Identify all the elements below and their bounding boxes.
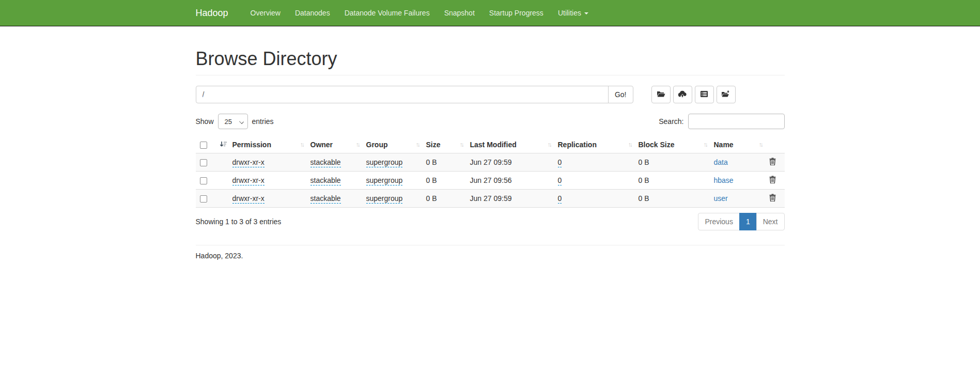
table-footer: Showing 1 to 3 of 3 entries Previous 1 N… xyxy=(196,213,785,230)
column-label: Last Modified xyxy=(470,141,517,149)
column-header-size[interactable]: Size ↑↓ xyxy=(422,136,466,153)
nav-item-datanodes[interactable]: Datanodes xyxy=(288,0,337,26)
modified-value: Jun 27 09:59 xyxy=(470,194,512,203)
block-size-value: 0 B xyxy=(639,194,649,203)
column-header-permission[interactable]: Permission ↑↓ xyxy=(228,136,306,153)
trash-icon xyxy=(769,159,776,167)
chevron-down-icon xyxy=(584,12,588,14)
top-navbar: Hadoop Overview Datanodes Datanode Volum… xyxy=(0,0,980,26)
folder-move-icon xyxy=(721,90,730,99)
directory-table: Permission ↑↓ Owner ↑↓ Group ↑↓ Size ↑↓ … xyxy=(196,136,785,208)
page-title: Browse Directory xyxy=(196,48,785,70)
set-quota-button[interactable] xyxy=(695,86,714,103)
column-header-owner[interactable]: Owner ↑↓ xyxy=(306,136,362,153)
pagination-page-1[interactable]: 1 xyxy=(739,213,757,230)
go-button[interactable]: Go! xyxy=(608,86,633,103)
replication-value[interactable]: 0 xyxy=(558,176,562,185)
permission-value[interactable]: drwxr-xr-x xyxy=(232,176,265,185)
owner-value[interactable]: stackable xyxy=(310,194,341,204)
sort-both-icon: ↑↓ xyxy=(704,141,707,148)
delete-button[interactable] xyxy=(769,194,776,201)
column-label: Owner xyxy=(310,141,333,149)
main-content: Browse Directory Go! xyxy=(188,48,792,281)
permission-value[interactable]: drwxr-xr-x xyxy=(232,194,265,204)
column-header-block-size[interactable]: Block Size ↑↓ xyxy=(634,136,710,153)
group-value[interactable]: supergroup xyxy=(366,176,403,185)
replication-value[interactable]: 0 xyxy=(558,158,562,167)
directory-name-link[interactable]: hbase xyxy=(714,176,734,184)
sort-both-icon: ↑↓ xyxy=(628,141,631,148)
path-input-group: Go! xyxy=(196,86,633,103)
cut-paste-button[interactable] xyxy=(717,86,736,103)
select-all-checkbox[interactable] xyxy=(200,142,207,149)
group-value[interactable]: supergroup xyxy=(366,194,403,204)
nav-item-utilities-dropdown[interactable]: Utilities xyxy=(551,0,596,26)
column-label: Group xyxy=(366,141,388,149)
owner-value[interactable]: stackable xyxy=(310,176,341,185)
owner-value[interactable]: stackable xyxy=(310,158,341,167)
column-header-name[interactable]: Name ↑↓ xyxy=(710,136,765,153)
page-length-value: 25 xyxy=(225,118,232,126)
replication-value[interactable]: 0 xyxy=(558,194,562,204)
column-label: Permission xyxy=(232,141,271,149)
column-header-group[interactable]: Group ↑↓ xyxy=(362,136,422,153)
column-label: Size xyxy=(426,141,441,149)
sort-both-icon: ↑↓ xyxy=(356,141,359,148)
delete-button[interactable] xyxy=(769,158,776,165)
footer-text: Hadoop, 2023. xyxy=(196,252,785,281)
cloud-upload-icon xyxy=(678,90,687,99)
nav-item-label: Overview xyxy=(251,8,281,18)
column-header-last-modified[interactable]: Last Modified ↑↓ xyxy=(466,136,554,153)
search-label: Search: xyxy=(659,117,683,126)
upload-files-button[interactable] xyxy=(673,86,692,103)
nav-menu: Overview Datanodes Datanode Volume Failu… xyxy=(243,0,596,26)
trash-icon xyxy=(769,195,776,203)
nav-item-label: Utilities xyxy=(558,8,581,18)
brand-hadoop[interactable]: Hadoop xyxy=(196,0,236,26)
block-size-value: 0 B xyxy=(639,176,649,184)
divider xyxy=(196,75,785,75)
nav-item-datanode-volume-failures[interactable]: Datanode Volume Failures xyxy=(337,0,437,26)
row-checkbox[interactable] xyxy=(200,159,207,166)
modified-value: Jun 27 09:59 xyxy=(470,158,512,166)
list-alt-icon xyxy=(700,90,708,99)
column-header-actions xyxy=(765,136,785,153)
sort-amount-icon xyxy=(220,141,227,150)
page-length-control: Show 25 entries xyxy=(196,114,274,129)
directory-path-input[interactable] xyxy=(196,86,609,103)
nav-item-overview[interactable]: Overview xyxy=(243,0,288,26)
directory-name-link[interactable]: user xyxy=(714,194,728,203)
directory-name-link[interactable]: data xyxy=(714,158,728,166)
column-label: Replication xyxy=(558,141,597,149)
folder-open-icon xyxy=(657,90,665,99)
entries-info: Showing 1 to 3 of 3 entries xyxy=(196,217,282,226)
nav-item-snapshot[interactable]: Snapshot xyxy=(437,0,482,26)
show-label: Show xyxy=(196,117,214,126)
trash-icon xyxy=(769,177,776,185)
column-header-replication[interactable]: Replication ↑↓ xyxy=(554,136,634,153)
nav-item-label: Datanodes xyxy=(295,8,330,18)
search-input[interactable] xyxy=(688,114,785,129)
sort-both-icon: ↑↓ xyxy=(416,141,419,148)
chevron-down-icon xyxy=(239,119,244,124)
sort-both-icon: ↑↓ xyxy=(460,141,463,148)
delete-button[interactable] xyxy=(769,176,776,183)
size-value: 0 B xyxy=(426,176,437,184)
nav-item-startup-progress[interactable]: Startup Progress xyxy=(482,0,551,26)
pagination: Previous 1 Next xyxy=(698,213,784,230)
permission-value[interactable]: drwxr-xr-x xyxy=(232,158,265,167)
column-label: Name xyxy=(714,141,734,149)
sort-both-icon: ↑↓ xyxy=(300,141,303,148)
select-all-header[interactable] xyxy=(196,136,228,153)
row-checkbox[interactable] xyxy=(200,195,207,203)
sort-both-icon: ↑↓ xyxy=(548,141,551,148)
nav-item-label: Snapshot xyxy=(444,8,475,18)
column-label: Block Size xyxy=(639,141,675,149)
directory-action-buttons xyxy=(651,86,736,103)
pagination-previous[interactable]: Previous xyxy=(698,213,739,230)
page-length-select[interactable]: 25 xyxy=(218,114,248,129)
pagination-next[interactable]: Next xyxy=(756,213,785,230)
group-value[interactable]: supergroup xyxy=(366,158,403,167)
create-directory-button[interactable] xyxy=(651,86,671,103)
row-checkbox[interactable] xyxy=(200,177,207,184)
